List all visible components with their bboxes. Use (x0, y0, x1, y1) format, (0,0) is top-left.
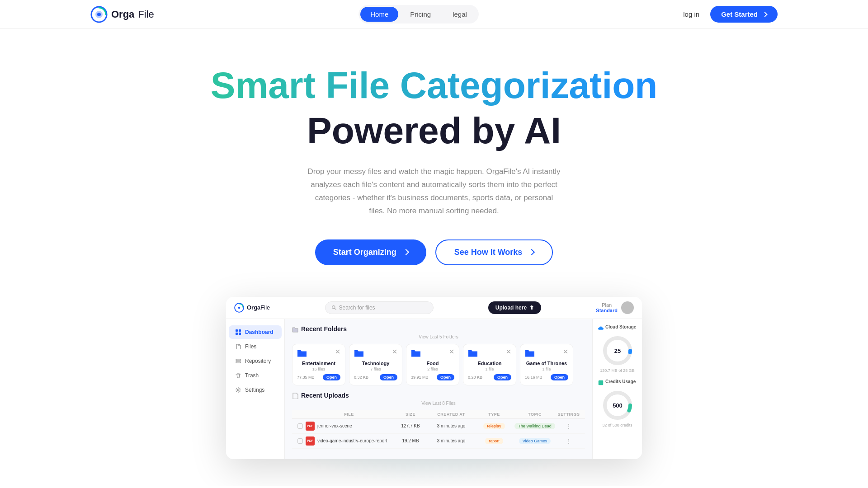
svg-rect-11 (236, 361, 241, 363)
folder-size-2: 39.91 MB (411, 375, 429, 380)
svg-rect-10 (236, 359, 241, 361)
svg-point-4 (238, 307, 241, 309)
folder-count-4: 1 file (525, 367, 568, 371)
hero-description: Drop your messy files and watch the magi… (307, 165, 561, 218)
credits-section: Credits Usage 500 32 of 500 credits (598, 379, 637, 427)
nav-link-legal[interactable]: legal (443, 7, 477, 22)
chevron-right-icon (403, 249, 409, 255)
folders-row: Entertainment 16 files 77.35 MB Open (292, 344, 585, 385)
svg-text:25: 25 (614, 347, 620, 354)
file-created-1: 3 minutes ago (429, 438, 474, 443)
sidebar-label-settings: Settings (245, 387, 264, 393)
upload-button[interactable]: Upload here ⬆ (488, 301, 541, 314)
file-type-0: teleplay (483, 423, 505, 429)
settings-icon (235, 387, 241, 393)
plan-info: Plan Standard (596, 301, 634, 314)
open-badge-0[interactable]: Open (323, 374, 340, 380)
search-placeholder: Search for files (339, 305, 375, 311)
nav-link-home[interactable]: Home (360, 7, 398, 22)
col-topic: TOPIC (514, 412, 555, 417)
logo-text-orga: Orga (111, 9, 134, 20)
hero-title-line2: Powered by AI (307, 110, 561, 151)
upload-icon: ⬆ (529, 305, 534, 311)
recent-uploads-section: Recent Uploads View Last 8 Files FILE SI… (292, 392, 585, 449)
login-button[interactable]: log in (683, 10, 699, 18)
dash-search-bar[interactable]: Search for files (325, 301, 434, 314)
folder-card-technology[interactable]: Technology 7 files 0.32 KB Open (349, 344, 402, 385)
col-type: TYPE (474, 412, 514, 417)
file-type-1: report (485, 438, 503, 444)
dash-header: OrgaFile Search for files Upload here ⬆ … (226, 297, 642, 319)
row-checkbox-0[interactable] (297, 423, 303, 429)
navbar: OrgaFile Home Pricing legal log in Get S… (0, 0, 868, 29)
dash-logo-text: OrgaFile (247, 304, 270, 311)
open-badge-2[interactable]: Open (437, 374, 454, 380)
dash-main: Recent Folders View Last 5 Folders Enter… (285, 319, 592, 459)
file-size-1: 19.2 MB (392, 438, 429, 443)
open-badge-3[interactable]: Open (494, 374, 511, 380)
folder-count-0: 16 files (297, 367, 340, 371)
hero-title-line1: Smart File Categorization (211, 65, 658, 106)
folder-name-1: Technology (354, 361, 397, 366)
svg-point-12 (237, 389, 239, 391)
sidebar-label-files: Files (245, 343, 256, 350)
sidebar-item-repository[interactable]: Repository (229, 354, 282, 368)
col-size: SIZE (392, 412, 429, 417)
folder-card-gameofthrones[interactable]: Game of Thrones 1 file 16.16 MB Open (520, 344, 573, 385)
open-badge-4[interactable]: Open (551, 374, 568, 380)
file-topic-0: The Walking Dead (514, 423, 555, 429)
start-organizing-button[interactable]: Start Organizing (315, 239, 426, 265)
sidebar-item-settings[interactable]: Settings (229, 383, 282, 397)
svg-rect-6 (236, 329, 238, 332)
credits-label-text: 32 of 500 credits (602, 423, 632, 427)
get-started-button[interactable]: Get Started (710, 6, 778, 23)
credits-title: Credits Usage (605, 379, 636, 384)
nav-right: log in Get Started (683, 6, 778, 23)
sidebar-item-files[interactable]: Files (229, 340, 282, 353)
folder-card-education[interactable]: Education 1 file 0.20 KB Open (463, 344, 516, 385)
dash-right-panel: Cloud Storage 25 120.7 MB of 25 GB (592, 319, 642, 459)
table-row: PDF jenner-vox-scene 127.7 KB 3 minutes … (292, 419, 585, 434)
svg-rect-16 (599, 380, 604, 385)
pdf-icon: PDF (306, 422, 315, 431)
table-row: PDF video-game-industry-europe-report 19… (292, 434, 585, 449)
col-settings: SETTINGS (555, 412, 582, 417)
folder-card-food[interactable]: Food 2 files 39.91 MB Open (406, 344, 459, 385)
row-checkbox-1[interactable] (297, 438, 303, 444)
recent-uploads-title: Recent Uploads (301, 392, 349, 399)
folder-count-3: 1 file (468, 367, 511, 371)
col-file: FILE (306, 412, 392, 417)
pdf-icon: PDF (306, 436, 315, 446)
sidebar-label-dashboard: Dashboard (245, 329, 274, 335)
dash-logo: OrgaFile (234, 303, 270, 313)
open-badge-1[interactable]: Open (380, 374, 397, 380)
sidebar-item-dashboard[interactable]: Dashboard (229, 325, 282, 339)
folder-name-0: Entertainment (297, 361, 340, 366)
chevron-right-icon (528, 249, 535, 255)
nav-link-pricing[interactable]: Pricing (400, 7, 441, 22)
recent-folders-title: Recent Folders (301, 325, 347, 333)
folder-card-entertainment[interactable]: Entertainment 16 files 77.35 MB Open (292, 344, 345, 385)
cloud-storage-section: Cloud Storage 25 120.7 MB of 25 GB (598, 324, 637, 373)
see-how-it-works-button[interactable]: See How It Works (435, 239, 553, 265)
sidebar-label-repository: Repository (245, 358, 271, 364)
logo[interactable]: OrgaFile (90, 6, 154, 23)
user-avatar (621, 301, 634, 314)
folder-size-3: 0.20 KB (468, 375, 482, 380)
storage-label: 120.7 MB of 25 GB (600, 368, 635, 373)
col-created: CREATED AT (429, 412, 474, 417)
folder-size-0: 77.35 MB (297, 375, 315, 380)
svg-rect-9 (239, 333, 241, 335)
file-name-0: jenner-vox-scene (317, 423, 352, 428)
cloud-donut-chart: 25 120.7 MB of 25 GB (598, 335, 637, 373)
svg-point-2 (97, 13, 101, 16)
files-icon (235, 343, 241, 350)
recent-uploads-subtitle: View Last 8 Files (292, 401, 585, 406)
row-menu-0[interactable]: ⋮ (555, 422, 582, 430)
repository-icon (235, 358, 241, 364)
file-created-0: 3 minutes ago (429, 423, 474, 428)
sidebar-item-trash[interactable]: Trash (229, 369, 282, 382)
row-menu-1[interactable]: ⋮ (555, 437, 582, 445)
hero-buttons: Start Organizing See How It Works (315, 239, 553, 265)
folder-count-2: 2 files (411, 367, 454, 371)
